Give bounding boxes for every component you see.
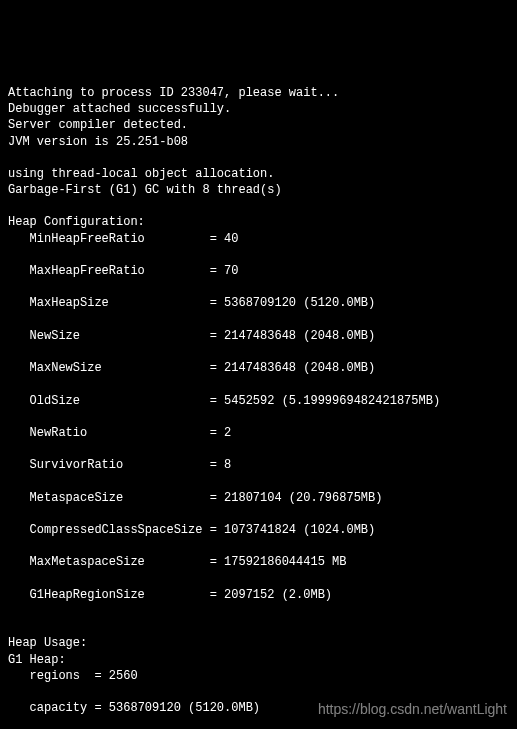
cfg-val: 5452592 (5.1999969482421875MB) xyxy=(224,394,440,408)
cfg-row: MinHeapFreeRatio = 40 xyxy=(8,231,509,247)
watermark-text: https://blog.csdn.net/wantLight xyxy=(318,700,507,719)
cfg-row: NewRatio = 2 xyxy=(8,425,509,441)
cfg-val: 70 xyxy=(224,264,238,278)
cfg-row: OldSize = 5452592 (5.1999969482421875MB) xyxy=(8,393,509,409)
cfg-val: 21807104 (20.796875MB) xyxy=(224,491,382,505)
cfg-row: NewSize = 2147483648 (2048.0MB) xyxy=(8,328,509,344)
cfg-row: G1HeapRegionSize = 2097152 (2.0MB) xyxy=(8,587,509,603)
cfg-row: MaxNewSize = 2147483648 (2048.0MB) xyxy=(8,360,509,376)
jvm-line: JVM version is 25.251-b08 xyxy=(8,135,188,149)
cfg-val: 40 xyxy=(224,232,238,246)
cfg-val: 17592186044415 MB xyxy=(224,555,346,569)
alloc-line: using thread-local object allocation. xyxy=(8,167,274,181)
cfg-val: 2 xyxy=(224,426,231,440)
heap-usage-title: Heap Usage: xyxy=(8,636,87,650)
cfg-row: SurvivorRatio = 8 xyxy=(8,457,509,473)
usage-val: 2560 xyxy=(109,669,138,683)
cfg-val: 8 xyxy=(224,458,231,472)
gc-line: Garbage-First (G1) GC with 8 thread(s) xyxy=(8,183,282,197)
cfg-row: MaxHeapFreeRatio = 70 xyxy=(8,263,509,279)
compiler-line: Server compiler detected. xyxy=(8,118,188,132)
cfg-row: CompressedClassSpaceSize = 1073741824 (1… xyxy=(8,522,509,538)
attach-line: Attaching to process ID 233047, please w… xyxy=(8,86,339,100)
cfg-row: MaxHeapSize = 5368709120 (5120.0MB) xyxy=(8,295,509,311)
cfg-val: 5368709120 (5120.0MB) xyxy=(224,296,375,310)
cfg-val: 2097152 (2.0MB) xyxy=(224,588,332,602)
cfg-val: 1073741824 (1024.0MB) xyxy=(224,523,375,537)
terminal-output: Attaching to process ID 233047, please w… xyxy=(8,69,509,729)
cfg-row: MetaspaceSize = 21807104 (20.796875MB) xyxy=(8,490,509,506)
cfg-row: MaxMetaspaceSize = 17592186044415 MB xyxy=(8,554,509,570)
heap-config-title: Heap Configuration: xyxy=(8,215,145,229)
usage-row: regions = 2560 xyxy=(8,668,509,684)
cfg-val: 2147483648 (2048.0MB) xyxy=(224,329,375,343)
attached-line: Debugger attached successfully. xyxy=(8,102,231,116)
g1-heap-title: G1 Heap: xyxy=(8,653,66,667)
cfg-val: 2147483648 (2048.0MB) xyxy=(224,361,375,375)
usage-val: 5368709120 (5120.0MB) xyxy=(109,701,260,715)
